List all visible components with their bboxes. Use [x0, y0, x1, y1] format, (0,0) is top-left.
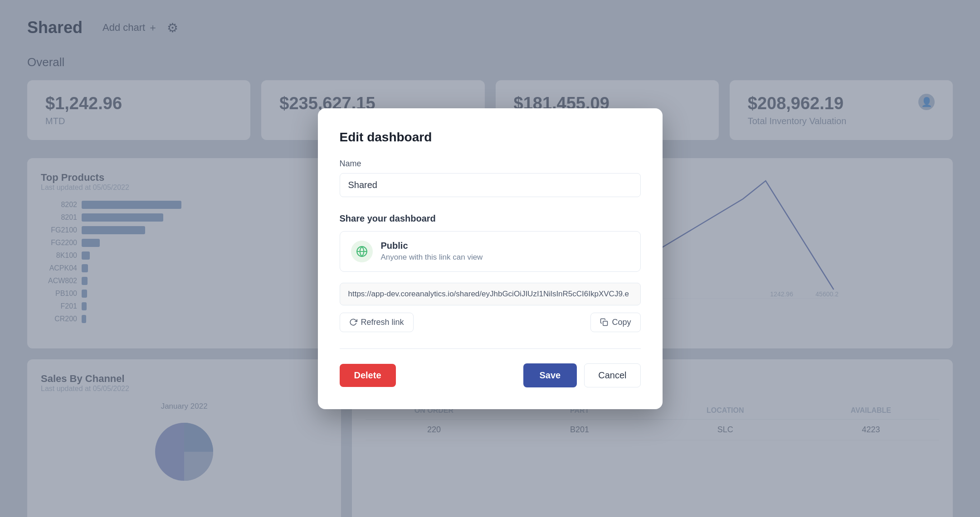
- copy-icon: [600, 318, 608, 326]
- save-button[interactable]: Save: [523, 363, 577, 387]
- edit-dashboard-modal: Edit dashboard Name Share your dashboard…: [318, 108, 663, 409]
- svg-rect-7: [603, 321, 608, 326]
- refresh-icon: [349, 318, 357, 326]
- share-option-text: Public Anyone with this link can view: [381, 241, 483, 262]
- dashboard-name-input[interactable]: [340, 173, 641, 197]
- modal-footer: Delete Save Cancel: [340, 363, 641, 387]
- share-option-public[interactable]: Public Anyone with this link can view: [340, 231, 641, 272]
- refresh-link-button[interactable]: Refresh link: [340, 313, 414, 332]
- share-section-label: Share your dashboard: [340, 213, 641, 224]
- cancel-button[interactable]: Cancel: [584, 363, 640, 387]
- share-url-input[interactable]: [340, 283, 641, 305]
- name-field-label: Name: [340, 159, 641, 169]
- public-share-icon: [351, 241, 373, 262]
- copy-button[interactable]: Copy: [590, 313, 640, 332]
- delete-button[interactable]: Delete: [340, 364, 396, 387]
- modal-divider: [340, 348, 641, 349]
- link-actions: Refresh link Copy: [340, 313, 641, 332]
- modal-title: Edit dashboard: [340, 130, 641, 145]
- footer-right-actions: Save Cancel: [523, 363, 641, 387]
- modal-overlay: Edit dashboard Name Share your dashboard…: [0, 0, 980, 517]
